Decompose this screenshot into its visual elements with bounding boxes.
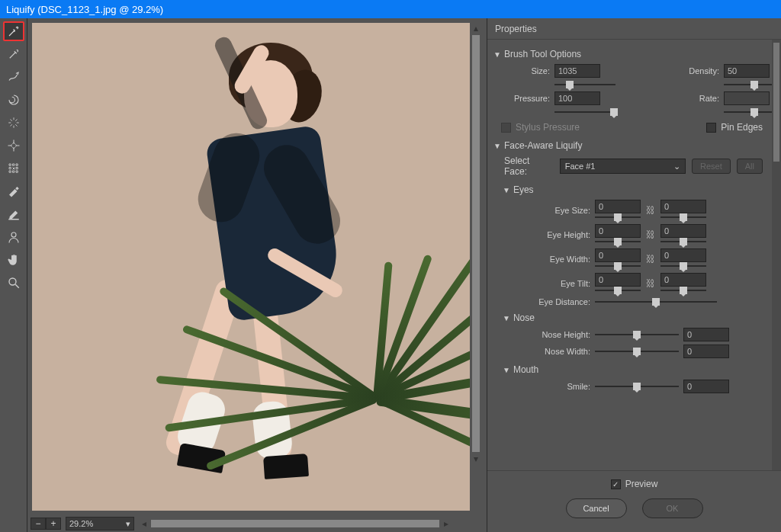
- scroll-left-arrow[interactable]: ◂: [139, 518, 149, 529]
- eye-width-left-field[interactable]: 0: [595, 248, 641, 262]
- stylus-pressure-checkbox[interactable]: [501, 123, 511, 133]
- smile-slider[interactable]: [595, 383, 679, 390]
- link-icon[interactable]: ⛓: [645, 278, 656, 289]
- zoom-level-value: 29.2%: [69, 519, 93, 528]
- rate-slider[interactable]: [724, 108, 772, 116]
- eyes-section[interactable]: ▼ Eyes: [503, 184, 763, 195]
- bloat-tool[interactable]: [3, 136, 24, 155]
- reconstruct-tool[interactable]: [3, 44, 24, 64]
- cancel-button[interactable]: Cancel: [566, 498, 627, 518]
- canvas-vertical-scrollbar[interactable]: ▴ ▾: [470, 23, 482, 511]
- rate-field[interactable]: [724, 91, 770, 105]
- eye-tilt-label: Eye Tilt:: [503, 279, 590, 288]
- smooth-tool[interactable]: [3, 67, 24, 87]
- eye-size-left-slider[interactable]: [595, 213, 641, 221]
- document-canvas[interactable]: [32, 23, 470, 511]
- zoom-level-select[interactable]: 29.2%▾: [66, 517, 134, 530]
- eye-width-left-slider[interactable]: [595, 262, 641, 270]
- pressure-field[interactable]: 100: [554, 91, 600, 105]
- disclosure-triangle-icon: ▼: [493, 142, 501, 150]
- eye-size-left-field[interactable]: 0: [595, 200, 641, 213]
- canvas-wrap: ▴ ▾: [27, 18, 487, 515]
- zoom-tool[interactable]: [3, 273, 24, 293]
- eye-size-right-slider[interactable]: [660, 213, 706, 221]
- eye-height-left-field[interactable]: 0: [595, 224, 641, 238]
- eye-width-label: Eye Width:: [503, 255, 590, 264]
- link-icon[interactable]: ⛓: [645, 205, 656, 216]
- size-label: Size:: [501, 66, 550, 75]
- tool-palette: [0, 18, 27, 532]
- zoom-in-button[interactable]: +: [46, 518, 61, 530]
- scroll-right-arrow[interactable]: ▸: [441, 518, 452, 529]
- pressure-label: Pressure:: [501, 94, 550, 103]
- eye-tilt-right-field[interactable]: 0: [660, 273, 706, 287]
- select-face-dropdown[interactable]: Face #1⌄: [560, 159, 686, 174]
- freeze-mask-tool[interactable]: [3, 181, 24, 201]
- size-field[interactable]: 1035: [554, 64, 600, 78]
- smile-field[interactable]: 0: [683, 380, 729, 393]
- pucker-tool[interactable]: [3, 113, 24, 133]
- all-button[interactable]: All: [737, 159, 763, 174]
- properties-footer: Preview Cancel OK: [487, 470, 781, 532]
- svg-point-1: [11, 232, 16, 237]
- eye-height-right-field[interactable]: 0: [660, 224, 706, 238]
- properties-panel: Properties ▼ Brush Tool Options Size: 10…: [487, 18, 781, 532]
- eye-tilt-left-field[interactable]: 0: [595, 273, 641, 287]
- preview-label: Preview: [625, 479, 658, 489]
- face-tool[interactable]: [3, 227, 24, 247]
- twirl-tool[interactable]: [3, 90, 24, 110]
- properties-header: Properties: [487, 18, 781, 40]
- mouth-section[interactable]: ▼ Mouth: [503, 364, 763, 375]
- link-icon[interactable]: ⛓: [645, 254, 656, 264]
- smile-label: Smile:: [503, 382, 590, 391]
- eye-height-left-slider[interactable]: [595, 238, 641, 245]
- eye-tilt-left-slider[interactable]: [595, 287, 641, 294]
- disclosure-triangle-icon: ▼: [503, 186, 510, 194]
- stylus-pressure-label: Stylus Pressure: [516, 122, 580, 133]
- thaw-mask-tool[interactable]: [3, 204, 24, 224]
- density-label: Density:: [678, 66, 719, 75]
- eye-size-right-field[interactable]: 0: [660, 200, 706, 213]
- scroll-up-arrow[interactable]: ▴: [471, 23, 481, 34]
- canvas-horizontal-scrollbar[interactable]: ◂ ▸: [139, 518, 484, 529]
- zoom-out-button[interactable]: −: [31, 518, 46, 530]
- section-label: Brush Tool Options: [504, 49, 581, 59]
- eye-width-right-slider[interactable]: [660, 262, 706, 270]
- nose-height-field[interactable]: 0: [683, 328, 729, 341]
- brush-options-section[interactable]: ▼ Brush Tool Options: [493, 49, 763, 59]
- eye-tilt-right-slider[interactable]: [660, 287, 706, 294]
- eye-size-label: Eye Size:: [503, 206, 590, 215]
- nose-section[interactable]: ▼ Nose: [503, 312, 763, 323]
- size-slider[interactable]: [554, 81, 615, 88]
- rate-label: Rate:: [678, 94, 719, 103]
- nose-height-slider[interactable]: [595, 331, 679, 338]
- density-slider[interactable]: [724, 81, 772, 88]
- reset-button[interactable]: Reset: [692, 159, 731, 174]
- face-aware-section[interactable]: ▼ Face-Aware Liquify: [493, 140, 763, 151]
- scroll-down-arrow[interactable]: ▾: [471, 453, 481, 464]
- section-label: Mouth: [513, 364, 538, 375]
- hand-tool[interactable]: [3, 250, 24, 270]
- nose-width-slider[interactable]: [595, 348, 679, 355]
- eye-height-right-slider[interactable]: [660, 238, 706, 245]
- chevron-down-icon: ⌄: [673, 162, 680, 171]
- eye-width-right-field[interactable]: 0: [660, 248, 706, 262]
- properties-scrollbar[interactable]: [772, 40, 781, 470]
- preview-checkbox[interactable]: [611, 479, 621, 489]
- nose-width-field[interactable]: 0: [683, 345, 729, 358]
- pressure-slider[interactable]: [554, 108, 615, 116]
- eye-distance-slider[interactable]: [595, 298, 717, 306]
- palm-leaves: [185, 192, 470, 482]
- disclosure-triangle-icon: ▼: [493, 50, 501, 59]
- scroll-thumb[interactable]: [472, 35, 480, 452]
- eye-height-label: Eye Height:: [503, 230, 590, 239]
- ok-button[interactable]: OK: [642, 498, 703, 518]
- disclosure-triangle-icon: ▼: [503, 366, 510, 374]
- forward-warp-tool[interactable]: [3, 21, 24, 41]
- link-icon[interactable]: ⛓: [645, 229, 656, 240]
- pin-edges-checkbox[interactable]: [706, 123, 716, 133]
- section-label: Eyes: [513, 184, 534, 195]
- scroll-thumb[interactable]: [151, 520, 439, 527]
- density-field[interactable]: 50: [724, 64, 770, 78]
- push-left-tool[interactable]: [3, 159, 24, 178]
